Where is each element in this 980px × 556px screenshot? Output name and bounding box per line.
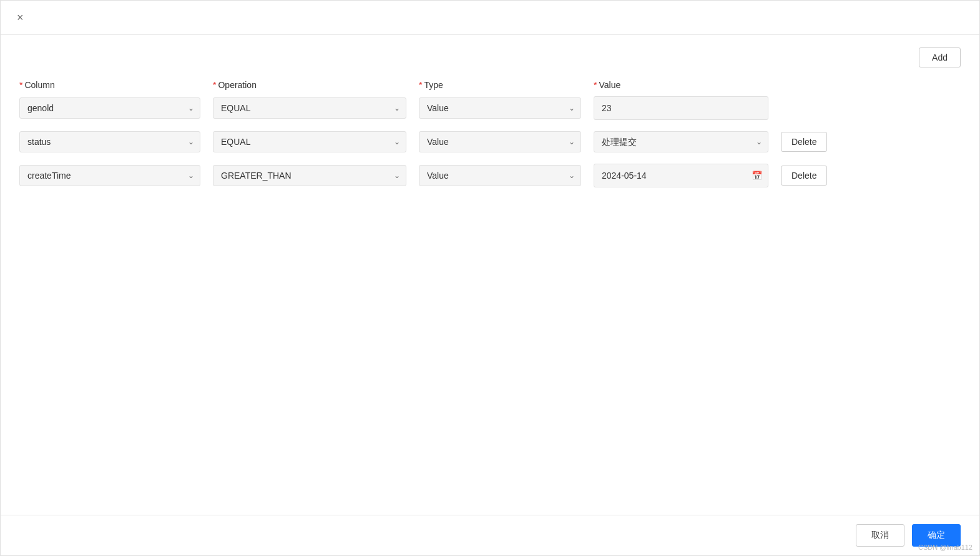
close-button[interactable]: × [13,11,27,24]
type-header: * Type [419,80,581,90]
operation-header: * Operation [213,80,406,90]
value-date-input-3[interactable] [594,164,768,187]
column-select-1[interactable]: genold status createTime [19,97,200,119]
toolbar: Add [19,47,961,67]
type-header-label: Type [424,80,443,90]
value-select-2[interactable]: 处理提交 待处理 已完成 [594,131,768,152]
filter-headers: * Column * Operation * Type * Valu [19,80,961,90]
operation-select-3[interactable]: EQUAL NOT_EQUAL GREATER_THAN LESS_THAN L… [213,165,406,186]
filter-row: genold status createTime ⌄ EQUAL NOT_EQU… [19,164,961,187]
column-select-wrapper-1: genold status createTime ⌄ [19,97,200,119]
operation-header-label: Operation [218,80,256,90]
operation-required-mark: * [213,80,216,90]
dialog-body: Add * Column * Operation * Type [1,35,979,515]
type-select-1[interactable]: Value Column Null [419,97,581,119]
operation-select-wrapper-1: EQUAL NOT_EQUAL GREATER_THAN LESS_THAN L… [213,97,406,119]
type-select-2[interactable]: Value Column Null [419,131,581,152]
operation-select-wrapper-3: EQUAL NOT_EQUAL GREATER_THAN LESS_THAN L… [213,165,406,186]
value-date-wrapper-3: 📅 [594,164,768,187]
filter-row: genold status createTime ⌄ EQUAL NOT_EQU… [19,96,961,120]
delete-button-3[interactable]: Delete [781,166,827,186]
column-select-wrapper-2: genold status createTime ⌄ [19,131,200,152]
value-select-wrapper-2: 处理提交 待处理 已完成 ⌄ [594,131,768,152]
value-input-wrapper-1 [594,96,768,120]
value-required-mark: * [594,80,597,90]
filter-row: genold status createTime ⌄ EQUAL NOT_EQU… [19,131,961,152]
type-select-3[interactable]: Value Column Null [419,165,581,186]
column-header: * Column [19,80,200,90]
add-button[interactable]: Add [919,47,961,67]
dialog-header: × [1,1,979,35]
type-select-wrapper-1: Value Column Null ⌄ [419,97,581,119]
delete-button-2[interactable]: Delete [781,132,827,152]
filter-dialog: × Add * Column * Operation * [0,0,980,556]
column-header-label: Column [24,80,54,90]
column-select-3[interactable]: genold status createTime [19,165,200,186]
value-text-input-1[interactable] [594,96,768,120]
operation-select-2[interactable]: EQUAL NOT_EQUAL GREATER_THAN LESS_THAN L… [213,131,406,152]
type-select-wrapper-2: Value Column Null ⌄ [419,131,581,152]
column-select-wrapper-3: genold status createTime ⌄ [19,165,200,186]
type-required-mark: * [419,80,422,90]
column-required-mark: * [19,80,22,90]
cancel-button[interactable]: 取消 [856,524,904,547]
column-select-2[interactable]: genold status createTime [19,131,200,152]
dialog-footer: 取消 确定 [1,515,979,555]
operation-select-1[interactable]: EQUAL NOT_EQUAL GREATER_THAN LESS_THAN L… [213,97,406,119]
watermark: CSDN @linab112 [918,544,973,551]
value-header-label: Value [599,80,620,90]
type-select-wrapper-3: Value Column Null ⌄ [419,165,581,186]
operation-select-wrapper-2: EQUAL NOT_EQUAL GREATER_THAN LESS_THAN L… [213,131,406,152]
value-header: * Value [594,80,768,90]
